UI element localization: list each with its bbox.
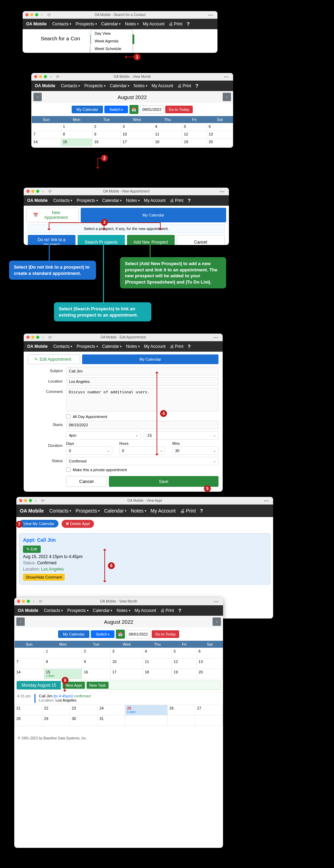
go-today-button[interactable]: Go to Today xyxy=(165,106,193,113)
show-hide-comment-button[interactable]: Show/Hide Comment xyxy=(23,574,65,581)
nav-prospects[interactable]: Prospects▾ xyxy=(74,20,98,28)
nav-account[interactable]: My Account xyxy=(133,607,158,614)
day-cell[interactable]: 9 xyxy=(92,131,120,139)
date-input[interactable]: 08/01/2022 xyxy=(140,105,164,114)
day-cell[interactable]: 7 xyxy=(32,131,61,139)
nav-account[interactable]: My Account xyxy=(149,507,177,515)
day-cell[interactable]: 10 xyxy=(121,131,153,139)
nav-calendar[interactable]: Calendar▾ xyxy=(92,607,114,614)
day-cell[interactable] xyxy=(15,648,44,658)
nav-notes[interactable]: Notes▾ xyxy=(115,607,132,614)
day-cell[interactable]: 13 xyxy=(207,131,233,139)
day-cell[interactable]: 5 xyxy=(172,648,197,658)
nav-notes[interactable]: Notes▾ xyxy=(129,507,148,515)
start-hour-select[interactable]: 4pm xyxy=(66,431,141,440)
edit-button[interactable]: ✎ Edit xyxy=(23,546,41,553)
cancel-button[interactable]: Cancel xyxy=(177,235,225,245)
next-month-button[interactable]: › xyxy=(223,93,231,101)
day-cell[interactable]: 12 xyxy=(182,131,207,139)
search-prospects-button[interactable]: Search Prospects xyxy=(78,235,125,245)
day-cell[interactable]: 12 xyxy=(172,658,197,669)
day-cell[interactable] xyxy=(32,123,61,131)
day-cell[interactable]: 23 xyxy=(70,705,98,715)
day-cell[interactable]: 18 xyxy=(153,139,182,146)
day-cell[interactable]: 4 xyxy=(143,648,172,658)
day-cell[interactable]: 26 xyxy=(167,705,195,715)
day-cell[interactable]: 1 xyxy=(44,648,82,658)
nav-prospects[interactable]: Prospects▾ xyxy=(75,343,99,350)
nav-print[interactable]: 🖨Print xyxy=(176,82,193,90)
day-cell[interactable]: 13 xyxy=(197,658,223,669)
day-cell[interactable]: 7 xyxy=(15,658,44,669)
day-cell[interactable]: 14 xyxy=(32,139,61,146)
help-icon[interactable]: ? xyxy=(188,198,191,203)
nav-calendar[interactable]: Calendar▾ xyxy=(101,197,124,204)
prev-month-button[interactable]: ‹ xyxy=(16,617,25,626)
day-cell[interactable]: 30 xyxy=(70,715,98,726)
nav-prospects[interactable]: Prospects▾ xyxy=(74,507,101,515)
day-cell[interactable]: 3 xyxy=(110,648,143,658)
cancel-button[interactable]: Cancel xyxy=(66,476,107,487)
appointment-detail[interactable]: 4:15 pm Call Jim [to 4:45pm] confirmed L… xyxy=(14,692,223,705)
save-button[interactable]: Save xyxy=(109,476,219,487)
day-cell-selected[interactable]: 15 xyxy=(61,139,92,146)
do-not-link-button[interactable]: Do not link to a prospect xyxy=(28,235,75,245)
calendar-icon[interactable]: 📅 xyxy=(129,105,138,114)
day-cell[interactable]: 16 xyxy=(92,139,120,146)
prev-month-button[interactable]: ‹ xyxy=(33,93,42,101)
view-my-calendar-button[interactable]: View My Calendar xyxy=(19,520,58,527)
day-cell[interactable]: 9 xyxy=(82,658,111,669)
nav-notes[interactable]: Notes▾ xyxy=(125,343,141,350)
help-icon[interactable]: ? xyxy=(195,83,198,89)
day-cell[interactable]: 22 xyxy=(42,705,70,715)
day-cell[interactable]: 6 xyxy=(197,648,223,658)
my-calendar-button[interactable]: My Calendar xyxy=(58,630,89,638)
day-cell[interactable]: 4 xyxy=(153,123,182,131)
day-cell[interactable]: 8 xyxy=(44,658,82,669)
date-input[interactable]: 08/01/2022 xyxy=(126,630,150,638)
day-cell[interactable]: 21 xyxy=(15,705,42,715)
nav-notes[interactable]: Notes▾ xyxy=(132,82,149,90)
day-cell[interactable]: 29 xyxy=(42,715,70,726)
nav-account[interactable]: My Account xyxy=(150,82,175,90)
day-cell[interactable]: 20 xyxy=(197,669,223,679)
day-cell[interactable]: 19 xyxy=(182,139,207,146)
day-cell[interactable]: 18 xyxy=(143,669,172,679)
calendar-icon[interactable]: 📅 xyxy=(116,630,125,639)
help-icon[interactable]: ? xyxy=(188,344,191,349)
day-cell[interactable]: 14 xyxy=(15,669,44,679)
subject-input[interactable] xyxy=(66,367,218,375)
nav-account[interactable]: My Account xyxy=(142,20,166,28)
day-cell[interactable] xyxy=(167,715,195,726)
day-cell[interactable]: 17 xyxy=(121,139,153,146)
nav-notes[interactable]: Notes▾ xyxy=(125,197,141,204)
menu-week-agenda[interactable]: Week Agenda xyxy=(91,37,132,45)
nav-contacts[interactable]: Contacts▾ xyxy=(52,343,74,350)
help-icon[interactable]: ? xyxy=(178,608,181,613)
delete-appt-button[interactable]: ✖ Delete Appt xyxy=(62,520,94,528)
day-cell[interactable]: 2 xyxy=(92,123,120,131)
day-cell[interactable]: 6 xyxy=(207,123,233,131)
nav-account[interactable]: My Account xyxy=(143,343,167,350)
nav-contacts[interactable]: Contacts▾ xyxy=(48,507,73,515)
status-select[interactable]: Confirmed xyxy=(66,457,218,465)
day-cell[interactable]: 20 xyxy=(207,139,233,146)
private-checkbox[interactable] xyxy=(66,467,71,472)
day-cell[interactable]: 27 xyxy=(195,705,223,715)
comment-input[interactable]: Discuss number of additional users. xyxy=(66,388,218,411)
brand[interactable]: OA Mobile xyxy=(27,344,48,349)
nav-contacts[interactable]: Contacts▾ xyxy=(59,82,81,90)
nav-print[interactable]: 🖨Print xyxy=(168,343,185,350)
nav-prospects[interactable]: Prospects▾ xyxy=(66,607,90,614)
nav-print[interactable]: 🖨Print xyxy=(178,507,197,515)
start-minute-select[interactable]: :15 xyxy=(144,431,218,440)
add-new-prospect-button[interactable]: Add New Prospect xyxy=(127,235,175,245)
day-cell[interactable]: 5 xyxy=(182,123,207,131)
day-cell[interactable]: 8 xyxy=(61,131,92,139)
day-cell[interactable] xyxy=(125,715,168,726)
nav-account[interactable]: My Account xyxy=(143,197,167,204)
brand[interactable]: OA Mobile xyxy=(20,508,44,514)
day-cell[interactable] xyxy=(195,715,223,726)
nav-calendar[interactable]: Calendar▾ xyxy=(100,20,122,28)
nav-prospects[interactable]: Prospects▾ xyxy=(83,82,107,90)
